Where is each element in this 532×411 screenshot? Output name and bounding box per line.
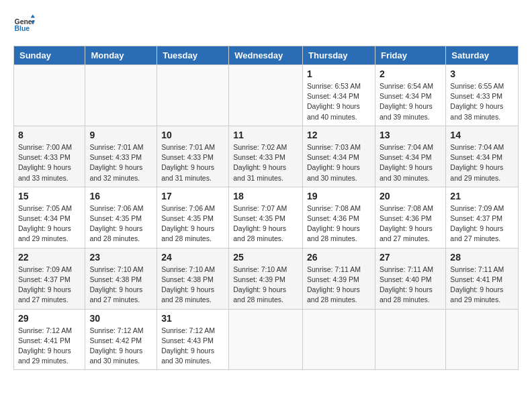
day-info: Sunrise: 7:00 AMSunset: 4:33 PMDaylight:… [18, 142, 81, 183]
calendar-cell: 30 Sunrise: 7:12 AMSunset: 4:42 PMDaylig… [85, 309, 157, 370]
day-number: 23 [89, 252, 152, 263]
day-info: Sunrise: 7:12 AMSunset: 4:42 PMDaylight:… [89, 326, 152, 367]
calendar-cell [85, 65, 157, 126]
calendar-cell [446, 309, 519, 370]
calendar-cell: 14 Sunrise: 7:04 AMSunset: 4:34 PMDaylig… [446, 126, 519, 187]
calendar-cell: 10 Sunrise: 7:01 AMSunset: 4:33 PMDaylig… [157, 126, 229, 187]
day-info: Sunrise: 7:04 AMSunset: 4:34 PMDaylight:… [380, 142, 441, 183]
day-info: Sunrise: 7:11 AMSunset: 4:40 PMDaylight:… [380, 265, 441, 306]
calendar-cell: 15 Sunrise: 7:05 AMSunset: 4:34 PMDaylig… [14, 187, 85, 248]
calendar-cell: 13 Sunrise: 7:04 AMSunset: 4:34 PMDaylig… [375, 126, 445, 187]
day-number: 29 [18, 313, 81, 324]
day-number: 31 [161, 313, 224, 324]
day-number: 10 [161, 130, 224, 140]
day-info: Sunrise: 7:09 AMSunset: 4:37 PMDaylight:… [18, 265, 81, 306]
day-info: Sunrise: 7:01 AMSunset: 4:33 PMDaylight:… [89, 142, 152, 183]
day-number: 3 [450, 68, 514, 79]
calendar-cell: 28 Sunrise: 7:11 AMSunset: 4:41 PMDaylig… [446, 248, 519, 309]
day-number: 22 [18, 252, 81, 263]
day-number: 8 [18, 130, 81, 140]
calendar-cell: 29 Sunrise: 7:12 AMSunset: 4:41 PMDaylig… [14, 309, 85, 370]
day-info: Sunrise: 6:55 AMSunset: 4:33 PMDaylight:… [450, 81, 514, 122]
day-number: 26 [307, 252, 371, 263]
day-info: Sunrise: 6:54 AMSunset: 4:34 PMDaylight:… [380, 81, 441, 122]
calendar-cell: 22 Sunrise: 7:09 AMSunset: 4:37 PMDaylig… [14, 248, 85, 309]
day-number: 16 [89, 191, 152, 201]
day-info: Sunrise: 7:09 AMSunset: 4:37 PMDaylight:… [450, 203, 514, 244]
calendar-cell: 25 Sunrise: 7:10 AMSunset: 4:39 PMDaylig… [229, 248, 303, 309]
calendar-cell: 3 Sunrise: 6:55 AMSunset: 4:33 PMDayligh… [446, 65, 519, 126]
day-info: Sunrise: 7:07 AMSunset: 4:35 PMDaylight:… [233, 203, 298, 244]
day-info: Sunrise: 7:12 AMSunset: 4:41 PMDaylight:… [18, 326, 81, 367]
day-number: 28 [450, 252, 514, 263]
day-number: 18 [233, 191, 298, 201]
day-number: 27 [380, 252, 441, 263]
page-header: General Blue [13, 13, 519, 35]
calendar-week-1: 1 Sunrise: 6:53 AMSunset: 4:34 PMDayligh… [14, 65, 519, 126]
calendar-cell: 9 Sunrise: 7:01 AMSunset: 4:33 PMDayligh… [85, 126, 157, 187]
calendar-cell: 16 Sunrise: 7:06 AMSunset: 4:35 PMDaylig… [85, 187, 157, 248]
calendar-week-2: 8 Sunrise: 7:00 AMSunset: 4:33 PMDayligh… [14, 126, 519, 187]
calendar-cell: 19 Sunrise: 7:08 AMSunset: 4:36 PMDaylig… [303, 187, 375, 248]
svg-marker-2 [31, 15, 35, 18]
day-info: Sunrise: 7:06 AMSunset: 4:35 PMDaylight:… [89, 203, 152, 244]
calendar-cell [14, 65, 85, 126]
day-number: 19 [307, 191, 371, 201]
header-saturday: Saturday [446, 46, 519, 65]
day-info: Sunrise: 7:04 AMSunset: 4:34 PMDaylight:… [450, 142, 514, 183]
calendar-cell [229, 65, 303, 126]
day-info: Sunrise: 7:02 AMSunset: 4:33 PMDaylight:… [233, 142, 298, 183]
day-info: Sunrise: 7:05 AMSunset: 4:34 PMDaylight:… [18, 203, 81, 244]
logo: General Blue [13, 13, 35, 35]
day-info: Sunrise: 7:12 AMSunset: 4:43 PMDaylight:… [161, 326, 224, 367]
day-info: Sunrise: 7:08 AMSunset: 4:36 PMDaylight:… [380, 203, 441, 244]
day-number: 30 [89, 313, 152, 324]
day-number: 1 [307, 68, 371, 79]
calendar-cell: 23 Sunrise: 7:10 AMSunset: 4:38 PMDaylig… [85, 248, 157, 309]
day-info: Sunrise: 7:10 AMSunset: 4:38 PMDaylight:… [89, 265, 152, 306]
calendar-week-4: 22 Sunrise: 7:09 AMSunset: 4:37 PMDaylig… [14, 248, 519, 309]
calendar-cell: 18 Sunrise: 7:07 AMSunset: 4:35 PMDaylig… [229, 187, 303, 248]
day-info: Sunrise: 7:03 AMSunset: 4:34 PMDaylight:… [307, 142, 371, 183]
header-monday: Monday [85, 46, 157, 65]
calendar-cell: 11 Sunrise: 7:02 AMSunset: 4:33 PMDaylig… [229, 126, 303, 187]
calendar-header: SundayMondayTuesdayWednesdayThursdayFrid… [14, 46, 519, 65]
day-number: 24 [161, 252, 224, 263]
calendar-cell [229, 309, 303, 370]
calendar-cell: 21 Sunrise: 7:09 AMSunset: 4:37 PMDaylig… [446, 187, 519, 248]
day-number: 15 [18, 191, 81, 201]
svg-text:Blue: Blue [15, 25, 30, 32]
calendar-cell [303, 309, 375, 370]
logo-icon: General Blue [13, 13, 35, 35]
calendar-cell: 2 Sunrise: 6:54 AMSunset: 4:34 PMDayligh… [375, 65, 445, 126]
header-thursday: Thursday [303, 46, 375, 65]
day-info: Sunrise: 7:11 AMSunset: 4:41 PMDaylight:… [450, 265, 514, 306]
day-number: 11 [233, 130, 298, 140]
calendar-cell: 20 Sunrise: 7:08 AMSunset: 4:36 PMDaylig… [375, 187, 445, 248]
calendar-cell: 17 Sunrise: 7:06 AMSunset: 4:35 PMDaylig… [157, 187, 229, 248]
calendar-cell: 12 Sunrise: 7:03 AMSunset: 4:34 PMDaylig… [303, 126, 375, 187]
header-friday: Friday [375, 46, 445, 65]
calendar-cell: 24 Sunrise: 7:10 AMSunset: 4:38 PMDaylig… [157, 248, 229, 309]
day-number: 9 [89, 130, 152, 140]
calendar-body: 1 Sunrise: 6:53 AMSunset: 4:34 PMDayligh… [14, 65, 519, 370]
calendar-cell: 1 Sunrise: 6:53 AMSunset: 4:34 PMDayligh… [303, 65, 375, 126]
day-number: 25 [233, 252, 298, 263]
day-number: 14 [450, 130, 514, 140]
calendar-cell: 27 Sunrise: 7:11 AMSunset: 4:40 PMDaylig… [375, 248, 445, 309]
calendar-cell: 31 Sunrise: 7:12 AMSunset: 4:43 PMDaylig… [157, 309, 229, 370]
day-number: 12 [307, 130, 371, 140]
day-info: Sunrise: 6:53 AMSunset: 4:34 PMDaylight:… [307, 81, 371, 122]
day-number: 20 [380, 191, 441, 201]
calendar-cell: 26 Sunrise: 7:11 AMSunset: 4:39 PMDaylig… [303, 248, 375, 309]
calendar-week-5: 29 Sunrise: 7:12 AMSunset: 4:41 PMDaylig… [14, 309, 519, 370]
header-tuesday: Tuesday [157, 46, 229, 65]
day-info: Sunrise: 7:01 AMSunset: 4:33 PMDaylight:… [161, 142, 224, 183]
day-number: 17 [161, 191, 224, 201]
calendar-table: SundayMondayTuesdayWednesdayThursdayFrid… [13, 46, 519, 370]
calendar-cell: 8 Sunrise: 7:00 AMSunset: 4:33 PMDayligh… [14, 126, 85, 187]
calendar-week-3: 15 Sunrise: 7:05 AMSunset: 4:34 PMDaylig… [14, 187, 519, 248]
day-info: Sunrise: 7:08 AMSunset: 4:36 PMDaylight:… [307, 203, 371, 244]
day-number: 13 [380, 130, 441, 140]
calendar-cell [157, 65, 229, 126]
